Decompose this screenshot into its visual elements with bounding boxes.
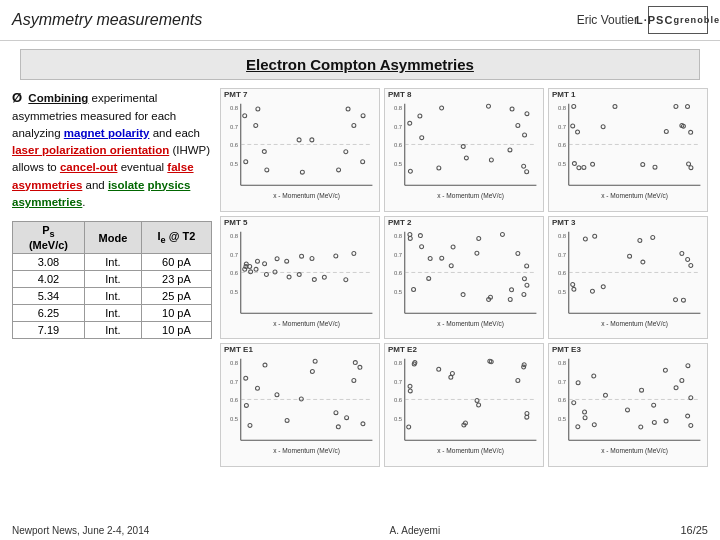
- scatter-plot: x - Momentum (MeV/c)0.80.70.60.5: [385, 217, 543, 339]
- svg-point-142: [593, 234, 597, 238]
- svg-point-164: [334, 411, 338, 415]
- svg-point-38: [461, 145, 465, 149]
- table-cell: 6.25: [13, 305, 85, 322]
- svg-point-69: [641, 163, 645, 167]
- svg-point-60: [576, 130, 580, 134]
- svg-text:0.7: 0.7: [558, 124, 566, 130]
- svg-point-87: [254, 267, 258, 271]
- svg-point-96: [287, 275, 291, 279]
- table-row: 5.34Int.25 pA: [13, 288, 212, 305]
- svg-text:x - Momentum (MeV/c): x - Momentum (MeV/c): [273, 192, 340, 200]
- svg-point-150: [628, 254, 632, 258]
- svg-text:0.5: 0.5: [558, 288, 567, 294]
- presenter-name: Eric Voutier: [577, 13, 638, 27]
- header-right: Eric Voutier L·PSCgrenoble: [577, 6, 708, 34]
- svg-point-10: [300, 170, 304, 174]
- svg-point-217: [625, 408, 629, 412]
- svg-point-199: [475, 399, 479, 403]
- svg-text:x - Momentum (MeV/c): x - Momentum (MeV/c): [273, 320, 340, 328]
- svg-point-13: [346, 107, 350, 111]
- scatter-plot: x - Momentum (MeV/c)0.80.70.60.5: [385, 344, 543, 466]
- table-cell: 3.08: [13, 254, 85, 271]
- svg-point-8: [361, 114, 365, 118]
- plot-cell: PMT 8x - Momentum (MeV/c)0.80.70.60.5: [384, 88, 544, 212]
- cancel-out: cancel-out: [60, 161, 118, 173]
- svg-point-53: [686, 105, 690, 109]
- table-cell: Int.: [84, 322, 141, 339]
- svg-text:0.6: 0.6: [394, 270, 403, 276]
- plot-cell: PMT 7x - Momentum (MeV/c)0.80.70.60.5: [220, 88, 380, 212]
- svg-text:0.5: 0.5: [394, 288, 403, 294]
- svg-point-116: [427, 276, 431, 280]
- svg-point-200: [408, 384, 412, 388]
- svg-point-119: [508, 297, 512, 301]
- svg-text:0.8: 0.8: [558, 233, 567, 239]
- svg-point-143: [641, 260, 645, 264]
- svg-text:0.7: 0.7: [558, 379, 566, 385]
- svg-point-165: [336, 425, 340, 429]
- table-body: 3.08Int.60 pA4.02Int.23 pA5.34Int.25 pA6…: [13, 254, 212, 339]
- plot-label: PMT 8: [388, 90, 412, 99]
- text4: eventual: [117, 161, 167, 173]
- svg-point-151: [674, 297, 678, 301]
- scatter-plot: x - Momentum (MeV/c)0.80.70.60.5: [549, 217, 707, 339]
- svg-point-192: [408, 389, 412, 393]
- footer-event: Newport News, June 2-4, 2014: [12, 525, 149, 536]
- isolate: isolate: [108, 179, 144, 191]
- svg-point-115: [477, 236, 481, 240]
- svg-text:0.6: 0.6: [230, 142, 239, 148]
- svg-point-57: [689, 166, 693, 170]
- svg-point-17: [254, 124, 258, 128]
- svg-text:0.5: 0.5: [558, 161, 567, 167]
- scatter-plot: x - Momentum (MeV/c)0.80.70.60.5: [385, 89, 543, 211]
- col-ps: Ps(MeV/c): [13, 222, 85, 254]
- svg-point-98: [312, 277, 316, 281]
- svg-point-193: [477, 403, 481, 407]
- svg-point-223: [689, 424, 693, 428]
- svg-point-7: [256, 107, 260, 111]
- svg-point-36: [418, 114, 422, 118]
- svg-point-163: [244, 376, 248, 380]
- svg-point-213: [680, 379, 684, 383]
- scatter-plot: x - Momentum (MeV/c)0.80.70.60.5: [549, 344, 707, 466]
- scatter-plot: x - Momentum (MeV/c)0.80.70.60.5: [221, 344, 379, 466]
- svg-text:x - Momentum (MeV/c): x - Momentum (MeV/c): [437, 447, 504, 455]
- plot-cell: PMT 3x - Momentum (MeV/c)0.80.70.60.5: [548, 216, 708, 340]
- table-row: 4.02Int.23 pA: [13, 271, 212, 288]
- table-cell: Int.: [84, 271, 141, 288]
- svg-point-174: [358, 365, 362, 369]
- svg-point-110: [500, 232, 504, 236]
- plot-cell: PMT 1x - Momentum (MeV/c)0.80.70.60.5: [548, 88, 708, 212]
- svg-point-79: [344, 277, 348, 281]
- svg-point-221: [576, 425, 580, 429]
- svg-text:0.6: 0.6: [558, 397, 567, 403]
- svg-point-161: [352, 379, 356, 383]
- svg-point-141: [571, 282, 575, 286]
- footer: Newport News, June 2-4, 2014 A. Adeyemi …: [0, 524, 720, 536]
- svg-point-82: [310, 256, 314, 260]
- table-cell: Int.: [84, 305, 141, 322]
- svg-point-169: [255, 386, 259, 390]
- svg-point-149: [583, 237, 587, 241]
- svg-text:0.6: 0.6: [394, 142, 403, 148]
- table-cell: 10 pA: [141, 305, 211, 322]
- svg-text:0.7: 0.7: [230, 251, 238, 257]
- svg-point-196: [407, 425, 411, 429]
- svg-text:0.8: 0.8: [230, 360, 239, 366]
- svg-point-52: [577, 166, 581, 170]
- svg-point-186: [516, 379, 520, 383]
- svg-point-232: [663, 368, 667, 372]
- svg-point-32: [440, 106, 444, 110]
- svg-text:0.5: 0.5: [230, 288, 239, 294]
- svg-point-83: [297, 272, 301, 276]
- svg-point-144: [681, 298, 685, 302]
- svg-point-139: [638, 238, 642, 242]
- laser-polarization: laser polarization orientation: [12, 144, 169, 156]
- svg-text:0.8: 0.8: [394, 105, 403, 111]
- svg-point-63: [674, 104, 678, 108]
- svg-point-12: [243, 114, 247, 118]
- svg-point-112: [525, 264, 529, 268]
- svg-point-176: [248, 423, 252, 427]
- svg-point-171: [361, 422, 365, 426]
- svg-point-59: [687, 162, 691, 166]
